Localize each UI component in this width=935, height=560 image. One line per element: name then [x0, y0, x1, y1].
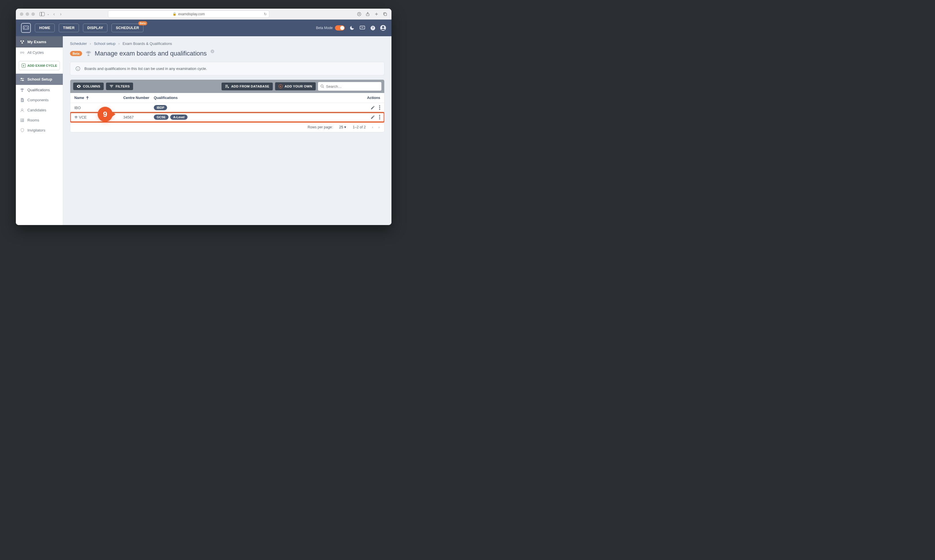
- qualification-chip: A-Level: [170, 115, 188, 120]
- nav-display[interactable]: DISPLAY: [83, 24, 108, 32]
- svg-point-22: [379, 109, 380, 110]
- lock-icon: 🔒: [173, 12, 177, 16]
- table-header: Name Centre Number Qualifications Action…: [70, 93, 384, 103]
- sidebar-section-school-setup[interactable]: School Setup: [16, 74, 63, 85]
- col-qualifications[interactable]: Qualifications: [154, 96, 357, 100]
- shield-icon: [20, 128, 25, 132]
- trophy-icon: [86, 51, 91, 56]
- svg-point-23: [379, 115, 380, 116]
- beta-mode-toggle[interactable]: Beta Mode: [316, 25, 345, 31]
- browser-back-button[interactable]: ‹: [52, 12, 56, 17]
- table-row-highlighted[interactable]: VCE 34567 GCSE A-Level: [70, 112, 384, 122]
- traffic-zoom[interactable]: [31, 12, 35, 16]
- svg-point-10: [23, 40, 24, 42]
- row-name: VCE: [79, 115, 87, 119]
- edit-icon[interactable]: [370, 115, 375, 119]
- browser-window: ⌄ ‹ › 🔒 examdisplay.com ↻: [16, 9, 392, 225]
- browser-toolbar: ⌄ ‹ › 🔒 examdisplay.com ↻: [16, 9, 392, 20]
- svg-point-24: [379, 117, 380, 118]
- trophy-icon: [20, 88, 25, 92]
- sidebar: My Exams All Cycles + ADD EXAM CYCLE: [16, 36, 63, 225]
- sidebar-item-rooms[interactable]: Rooms: [16, 115, 63, 125]
- col-name[interactable]: Name: [74, 96, 123, 100]
- sidebar-item-invigilators[interactable]: Invigilators: [16, 125, 63, 135]
- address-bar[interactable]: 🔒 examdisplay.com ↻: [108, 10, 269, 18]
- help-icon[interactable]: ?: [370, 25, 376, 31]
- beta-mode-label: Beta Mode: [316, 26, 333, 30]
- downloads-icon[interactable]: [357, 12, 361, 16]
- sidebar-components-label: Components: [27, 98, 49, 102]
- svg-point-14: [21, 108, 23, 110]
- toggle-switch-icon[interactable]: [335, 25, 345, 31]
- sort-asc-icon: [86, 96, 89, 100]
- help-hint-icon[interactable]: ?: [210, 49, 214, 54]
- svg-point-13: [22, 80, 23, 81]
- plus-box-icon: +: [22, 64, 26, 68]
- table-search[interactable]: [318, 82, 381, 91]
- traffic-close[interactable]: [20, 12, 23, 16]
- chevron-right-icon: ›: [90, 42, 91, 46]
- sidebar-item-candidates[interactable]: Candidates: [16, 105, 63, 115]
- info-icon: [76, 66, 80, 71]
- browser-forward-button[interactable]: ›: [59, 12, 63, 17]
- info-text: Boards and qualifications in this list c…: [84, 66, 207, 71]
- window-controls[interactable]: [20, 12, 35, 16]
- col-centre[interactable]: Centre Number: [123, 96, 154, 100]
- svg-point-21: [379, 107, 380, 108]
- app-header: HOME TIMER DISPLAY SCHEDULER Beta Mode ?: [16, 20, 392, 36]
- new-tab-icon[interactable]: [374, 12, 379, 16]
- svg-point-25: [379, 118, 380, 119]
- sidebar-rooms-label: Rooms: [27, 118, 39, 122]
- eye-icon: [77, 85, 81, 88]
- dark-mode-icon[interactable]: [349, 25, 355, 31]
- more-icon[interactable]: [379, 115, 380, 119]
- rows-per-page-label: Rows per page:: [308, 125, 333, 129]
- search-input[interactable]: [326, 84, 379, 89]
- sidebar-item-components[interactable]: Components: [16, 95, 63, 105]
- browser-right-controls: [357, 12, 387, 16]
- add-your-own-button[interactable]: + ADD YOUR OWN: [275, 82, 316, 90]
- present-icon[interactable]: [359, 25, 366, 31]
- sidebar-toggle-icon[interactable]: [40, 12, 45, 16]
- traffic-minimize[interactable]: [26, 12, 29, 16]
- add-from-database-button[interactable]: ADD FROM DATABASE: [222, 83, 273, 90]
- playlist-add-icon: [225, 85, 229, 88]
- filter-icon: [110, 85, 114, 88]
- nav-scheduler[interactable]: SCHEDULER: [111, 24, 143, 32]
- rows-per-page-select[interactable]: 25 ▾: [339, 125, 347, 129]
- add-db-label: ADD FROM DATABASE: [231, 85, 269, 88]
- filters-button[interactable]: FILTERS: [106, 83, 133, 90]
- columns-button[interactable]: COLUMNS: [73, 83, 104, 90]
- reload-icon[interactable]: ↻: [264, 12, 267, 16]
- step-number: 9: [103, 110, 107, 119]
- crumb-school-setup[interactable]: School setup: [94, 42, 116, 46]
- edit-icon[interactable]: [370, 105, 375, 110]
- grid-icon: [20, 118, 25, 122]
- sidebar-qualifications-label: Qualifications: [27, 88, 50, 92]
- layers-icon: [74, 116, 78, 119]
- app-logo[interactable]: [21, 23, 31, 33]
- sidebar-section-my-exams[interactable]: My Exams: [16, 36, 63, 48]
- nav-home[interactable]: HOME: [35, 24, 55, 32]
- table-row: IBO IBDP: [70, 103, 384, 112]
- chevron-right-icon: ›: [119, 42, 120, 46]
- page-prev-icon[interactable]: ‹: [372, 125, 373, 129]
- sidebar-item-qualifications[interactable]: Qualifications: [16, 85, 63, 95]
- crumb-scheduler[interactable]: Scheduler: [70, 42, 87, 46]
- step-callout: 9: [98, 107, 113, 122]
- tabs-overview-icon[interactable]: [383, 12, 387, 16]
- breadcrumb: Scheduler › School setup › Exam Boards &…: [70, 42, 384, 46]
- svg-text:?: ?: [212, 50, 213, 53]
- share-icon[interactable]: [366, 12, 370, 16]
- sidebar-candidates-label: Candidates: [27, 108, 46, 112]
- more-icon[interactable]: [379, 105, 380, 110]
- sidebar-all-cycles[interactable]: All Cycles: [16, 48, 63, 58]
- beta-badge: Beta: [70, 51, 82, 56]
- add-exam-cycle-button[interactable]: + ADD EXAM CYCLE: [19, 61, 60, 70]
- page-next-icon[interactable]: ›: [378, 125, 380, 129]
- account-icon[interactable]: [380, 25, 386, 31]
- chevron-down-icon[interactable]: ⌄: [47, 12, 49, 15]
- nav-timer[interactable]: TIMER: [59, 24, 79, 32]
- crumb-current: Exam Boards & Qualifications: [122, 42, 172, 46]
- boards-table-card: COLUMNS FILTERS: [70, 79, 384, 132]
